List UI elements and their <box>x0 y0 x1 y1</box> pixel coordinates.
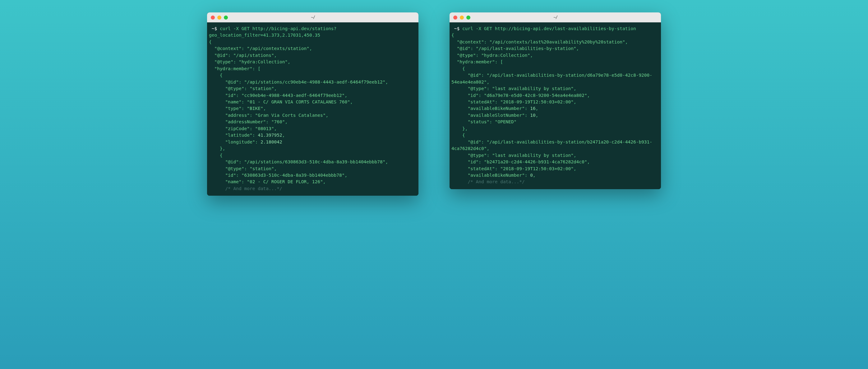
maximize-icon[interactable] <box>466 15 470 20</box>
terminal-window-left: ~/ ~$ curl -X GET http://bicing-api.dev/… <box>207 12 418 196</box>
close-icon[interactable] <box>211 15 215 20</box>
terminal-output[interactable]: ~$ curl -X GET http://bicing-api.dev/las… <box>450 22 661 189</box>
maximize-icon[interactable] <box>224 15 228 20</box>
minimize-icon[interactable] <box>217 15 221 20</box>
terminal-output[interactable]: ~$ curl -X GET http://bicing-api.dev/sta… <box>207 22 418 196</box>
minimize-icon[interactable] <box>460 15 464 20</box>
title-bar: ~/ <box>450 12 661 22</box>
title-bar: ~/ <box>207 12 418 22</box>
window-title: ~/ <box>450 15 661 20</box>
close-icon[interactable] <box>453 15 457 20</box>
window-title: ~/ <box>207 15 418 20</box>
terminal-window-right: ~/ ~$ curl -X GET http://bicing-api.dev/… <box>450 12 661 189</box>
traffic-lights <box>453 15 470 20</box>
traffic-lights <box>211 15 228 20</box>
